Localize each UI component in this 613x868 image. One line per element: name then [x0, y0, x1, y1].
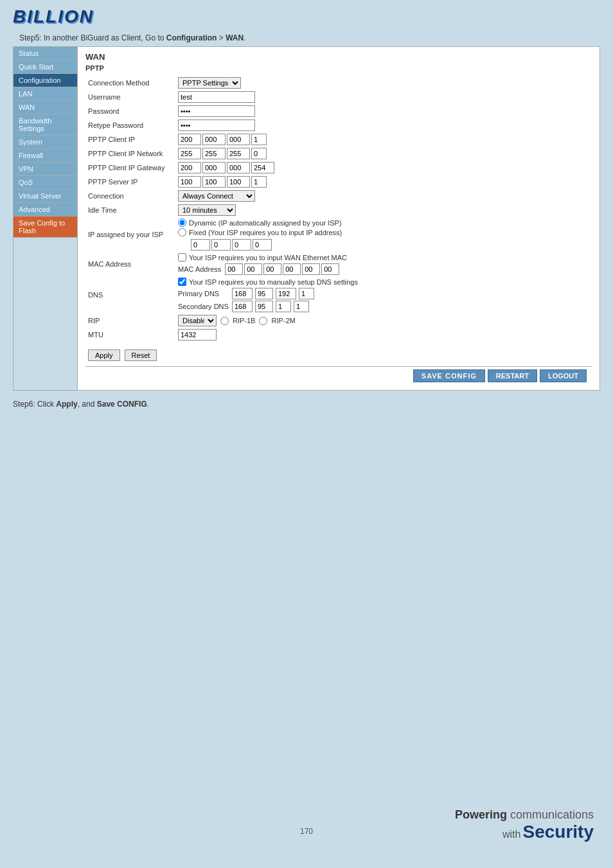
idle-time-select[interactable]: 10 minutes	[178, 204, 236, 216]
sidebar-item-lan[interactable]: LAN	[13, 87, 77, 101]
sidebar-item-configuration[interactable]: Configuration	[13, 74, 77, 87]
pptp-client-network-3[interactable]	[227, 148, 250, 159]
pptp-client-ip-group	[178, 134, 589, 145]
pptp-server-ip-label: PPTP Server IP	[85, 175, 175, 189]
sidebar-item-system[interactable]: System	[13, 136, 77, 149]
ip-assign-radio-group: Dynamic (IP automatically assigned by yo…	[178, 218, 589, 251]
footer-powering-line: Powering communications	[455, 808, 594, 822]
pptp-client-gateway-4[interactable]	[251, 162, 274, 173]
sidebar-item-bandwidth[interactable]: Bandwidth Settings	[13, 114, 77, 136]
sidebar-item-vpn[interactable]: VPN	[13, 163, 77, 176]
pptp-server-ip-4[interactable]	[251, 176, 267, 188]
mac-4[interactable]	[283, 263, 301, 275]
connection-method-select[interactable]: PPTP Settings	[178, 77, 241, 89]
ip-fixed-2[interactable]	[211, 239, 231, 251]
primary-dns-2[interactable]	[255, 288, 273, 299]
connection-label: Connection	[85, 189, 175, 203]
secondary-dns-3[interactable]	[276, 301, 291, 312]
primary-dns-3[interactable]	[276, 288, 296, 299]
footer-communications-text: communications	[507, 808, 594, 821]
dns-note-row: Your ISP requires you to manually setup …	[178, 278, 589, 286]
mac-5[interactable]	[302, 263, 320, 275]
primary-dns-line: Primary DNS	[178, 288, 589, 299]
mac-1[interactable]	[225, 263, 243, 275]
sidebar-item-wan[interactable]: WAN	[13, 101, 77, 114]
step6-text: Step6: Click Apply, and Save CONFIG.	[13, 400, 600, 409]
ip-fixed-4[interactable]	[253, 239, 272, 251]
retype-password-input[interactable]	[178, 120, 255, 131]
pptp-client-network-1[interactable]	[178, 148, 201, 159]
pptp-client-ip-4[interactable]	[251, 134, 267, 145]
sidebar-item-status[interactable]: Status	[13, 47, 77, 60]
sidebar-item-save-config[interactable]: Save Config to Flash	[13, 217, 77, 238]
pptp-client-gateway-1[interactable]	[178, 162, 201, 173]
retype-password-label: Retype Password	[85, 118, 175, 132]
ip-dynamic-radio[interactable]	[178, 218, 186, 227]
rip-1b-radio[interactable]	[220, 317, 229, 325]
mac-checkbox[interactable]	[178, 253, 186, 261]
secondary-dns-4[interactable]	[294, 301, 309, 312]
pptp-client-ip-2[interactable]	[202, 134, 226, 145]
mac-address-label2: MAC Address	[178, 265, 221, 273]
dns-checkbox[interactable]	[178, 278, 186, 286]
pptp-server-ip-1[interactable]	[178, 176, 201, 188]
pptp-client-network-2[interactable]	[202, 148, 226, 159]
logo: BILLION	[13, 6, 600, 27]
secondary-dns-2[interactable]	[255, 301, 273, 312]
mtu-input[interactable]	[178, 329, 217, 341]
mac-6[interactable]	[321, 263, 339, 275]
bottom-bar: SAVE CONFIG RESTART LOGOUT	[85, 366, 592, 385]
rip-select[interactable]: Disable	[178, 315, 217, 326]
dns-group: Your ISP requires you to manually setup …	[178, 278, 589, 312]
username-label: Username	[85, 90, 175, 104]
rip-2m-radio[interactable]	[259, 317, 267, 325]
footer-branding: Powering communications with Security	[455, 808, 594, 842]
ip-dynamic-row: Dynamic (IP automatically assigned by yo…	[178, 218, 589, 227]
ip-fixed-3[interactable]	[232, 239, 251, 251]
ip-dynamic-label: Dynamic (IP automatically assigned by yo…	[189, 219, 342, 227]
secondary-dns-label: Secondary DNS	[178, 303, 229, 310]
logout-button[interactable]: LOGOUT	[540, 369, 587, 382]
sidebar-item-virtual-server[interactable]: Virtual Server	[13, 190, 77, 203]
sidebar-item-qos[interactable]: QoS	[13, 176, 77, 190]
pptp-client-gateway-row: PPTP Client IP Gateway	[85, 161, 592, 175]
ip-fixed-label: Fixed (Your ISP requires you to input IP…	[189, 229, 342, 236]
password-input[interactable]	[178, 105, 255, 117]
mac-3[interactable]	[263, 263, 281, 275]
primary-dns-1[interactable]	[232, 288, 253, 299]
reset-button[interactable]: Reset	[125, 350, 157, 361]
pptp-client-ip-1[interactable]	[178, 134, 201, 145]
sidebar-item-firewall[interactable]: Firewall	[13, 149, 77, 163]
restart-button[interactable]: RESTART	[488, 369, 537, 382]
retype-password-row: Retype Password	[85, 118, 592, 132]
ip-assign-row: IP assigned by your ISP Dynamic (IP auto…	[85, 217, 592, 252]
username-input[interactable]	[178, 91, 255, 103]
pptp-client-network-group	[178, 148, 589, 159]
ip-fixed-1[interactable]	[191, 239, 210, 251]
footer-with-text: with	[502, 829, 520, 840]
pptp-server-ip-2[interactable]	[202, 176, 226, 188]
dns-label: DNS	[85, 276, 175, 314]
pptp-client-gateway-3[interactable]	[227, 162, 250, 173]
secondary-dns-1[interactable]	[232, 301, 253, 312]
pptp-client-ip-3[interactable]	[227, 134, 250, 145]
pptp-client-network-4[interactable]	[251, 148, 267, 159]
sidebar: Status Quick Start Configuration LAN WAN…	[13, 47, 78, 390]
mac-2[interactable]	[244, 263, 262, 275]
rip-label: RIP	[85, 314, 175, 328]
pptp-client-ip-row: PPTP Client IP	[85, 132, 592, 146]
password-row: Password	[85, 104, 592, 118]
save-config-button[interactable]: SAVE CONFIG	[413, 369, 485, 382]
pptp-client-gateway-2[interactable]	[202, 162, 226, 173]
pptp-title: PPTP	[85, 64, 592, 72]
footer-security-text: Security	[523, 822, 594, 842]
pptp-server-ip-3[interactable]	[227, 176, 250, 188]
sidebar-item-quickstart[interactable]: Quick Start	[13, 60, 77, 74]
primary-dns-4[interactable]	[299, 288, 314, 299]
ip-fixed-group	[191, 239, 589, 251]
sidebar-item-advanced[interactable]: Advanced	[13, 203, 77, 217]
rip-2m-label: RIP-2M	[271, 317, 295, 324]
apply-button[interactable]: Apply	[88, 350, 120, 361]
connection-select[interactable]: Always Connect	[178, 190, 255, 202]
ip-fixed-radio[interactable]	[178, 228, 186, 236]
